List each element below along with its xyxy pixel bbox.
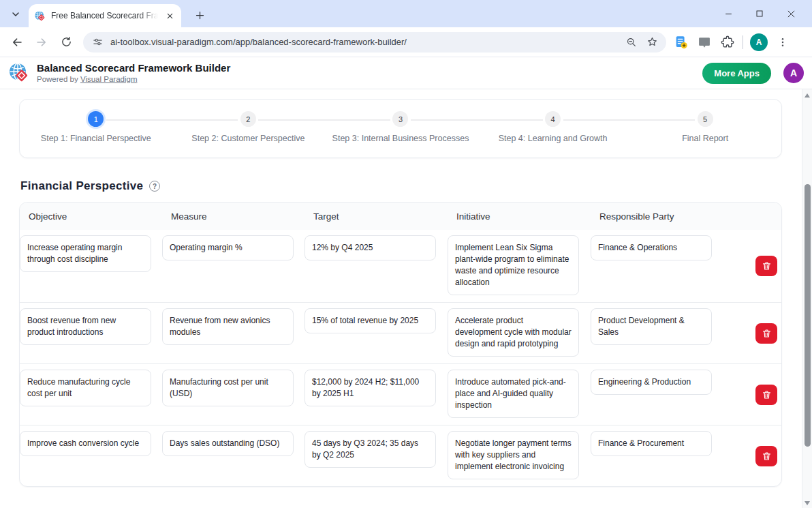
browser-titlebar: Free Balanced Scorecard Framework Builde… bbox=[0, 0, 812, 27]
tab-favicon bbox=[34, 10, 46, 22]
column-header-responsible-party: Responsible Party bbox=[596, 211, 728, 222]
stepper-step-4[interactable]: 4 Step 4: Learning and Growth bbox=[477, 111, 629, 158]
measure-input[interactable]: Operating margin % bbox=[162, 235, 294, 260]
maximize-icon bbox=[755, 10, 764, 18]
stepper-step-3[interactable]: 3 Step 3: Internal Business Processes bbox=[324, 111, 477, 158]
page-content: 1 Step 1: Financial Perspective 2 Step 2… bbox=[0, 89, 802, 487]
table-row: Reduce manufacturing cycle cost per unit… bbox=[20, 363, 781, 425]
table-row: Increase operating margin through cost d… bbox=[20, 230, 781, 302]
step-number: 4 bbox=[545, 111, 561, 127]
app-header: Balanced Scorecard Framework Builder Pow… bbox=[0, 57, 812, 89]
tab-close-icon[interactable] bbox=[163, 10, 176, 22]
initiative-input[interactable]: Negotiate longer payment terms with key … bbox=[448, 431, 579, 479]
site-info-icon[interactable] bbox=[90, 35, 105, 50]
trash-icon bbox=[762, 389, 772, 400]
column-header-objective: Objective bbox=[25, 211, 168, 222]
app-logo bbox=[8, 62, 30, 84]
perspective-table: Objective Measure Target Initiative Resp… bbox=[19, 202, 782, 487]
delete-row-button[interactable] bbox=[755, 385, 777, 405]
app-titles: Balanced Scorecard Framework Builder Pow… bbox=[37, 62, 696, 83]
browser-profile-avatar[interactable]: A bbox=[750, 33, 768, 51]
trash-icon bbox=[762, 328, 772, 339]
trash-icon bbox=[762, 260, 772, 271]
trash-icon bbox=[762, 451, 772, 462]
forward-button[interactable] bbox=[30, 31, 53, 54]
extensions-puzzle-icon[interactable] bbox=[719, 34, 736, 50]
reader-extension-icon[interactable] bbox=[673, 34, 689, 50]
scrollbar-thumb[interactable] bbox=[805, 184, 811, 447]
url-text[interactable]: ai-toolbox.visual-paradigm.com/app/balan… bbox=[110, 37, 619, 47]
objective-input[interactable]: Boost revenue from new product introduct… bbox=[20, 308, 151, 345]
responsible-party-input[interactable]: Finance & Operations bbox=[591, 235, 712, 260]
objective-input[interactable]: Improve cash conversion cycle bbox=[20, 431, 151, 456]
target-input[interactable]: 15% of total revenue by 2025 bbox=[304, 308, 436, 333]
back-button[interactable] bbox=[5, 31, 29, 54]
help-icon[interactable]: ? bbox=[149, 181, 160, 192]
objective-input[interactable]: Reduce manufacturing cycle cost per unit bbox=[20, 370, 151, 406]
responsible-party-input[interactable]: Finance & Procurement bbox=[591, 431, 712, 456]
scrollbar-up-arrow[interactable] bbox=[805, 93, 810, 98]
target-input[interactable]: $12,000 by 2024 H2; $11,000 by 2025 H1 bbox=[304, 370, 436, 406]
column-header-initiative: Initiative bbox=[453, 211, 596, 222]
bookmark-star-icon[interactable] bbox=[644, 35, 659, 50]
responsible-party-input[interactable]: Product Development & Sales bbox=[591, 308, 712, 345]
window-controls bbox=[713, 0, 807, 27]
measure-input[interactable]: Revenue from new avionics modules bbox=[162, 308, 294, 345]
initiative-input[interactable]: Accelerate product development cycle wit… bbox=[448, 308, 579, 357]
close-icon bbox=[787, 10, 796, 18]
zoom-out-icon[interactable] bbox=[624, 35, 639, 50]
browser-tab[interactable]: Free Balanced Scorecard Framework Builde… bbox=[29, 4, 181, 27]
maximize-button[interactable] bbox=[744, 0, 775, 27]
stepper-step-2[interactable]: 2 Step 2: Customer Perspective bbox=[172, 111, 325, 158]
step-label: Step 1: Financial Perspective bbox=[20, 134, 172, 143]
delete-row-button[interactable] bbox=[755, 256, 777, 276]
visual-paradigm-link[interactable]: Visual Paradigm bbox=[80, 75, 138, 83]
forward-arrow-icon bbox=[35, 36, 48, 48]
page-title: Financial Perspective bbox=[20, 179, 143, 193]
toolbar-divider bbox=[743, 35, 743, 49]
target-input[interactable]: 12% by Q4 2025 bbox=[304, 235, 436, 260]
delete-row-button[interactable] bbox=[755, 323, 777, 344]
step-number: 3 bbox=[392, 111, 408, 127]
step-number: 5 bbox=[698, 111, 713, 127]
reload-icon bbox=[61, 36, 72, 48]
responsible-party-input[interactable]: Engineering & Production bbox=[591, 370, 712, 395]
reload-button[interactable] bbox=[54, 31, 78, 54]
app-title: Balanced Scorecard Framework Builder bbox=[37, 62, 696, 74]
target-input[interactable]: 45 days by Q3 2024; 35 days by Q2 2025 bbox=[304, 431, 436, 468]
comment-extension-icon[interactable] bbox=[696, 34, 713, 50]
browser-menu-icon[interactable] bbox=[775, 34, 791, 50]
more-apps-button[interactable]: More Apps bbox=[702, 63, 771, 84]
column-header-measure: Measure bbox=[168, 211, 310, 222]
tab-search-button[interactable] bbox=[7, 5, 25, 23]
user-avatar[interactable]: A bbox=[783, 63, 804, 83]
measure-input[interactable]: Manufacturing cost per unit (USD) bbox=[162, 370, 294, 406]
close-window-button[interactable] bbox=[775, 0, 807, 27]
table-header-row: Objective Measure Target Initiative Resp… bbox=[20, 203, 781, 230]
objective-input[interactable]: Increase operating margin through cost d… bbox=[20, 235, 151, 272]
measure-input[interactable]: Days sales outstanding (DSO) bbox=[162, 431, 294, 456]
initiative-input[interactable]: Implement Lean Six Sigma plant-wide prog… bbox=[448, 235, 579, 295]
stepper-step-5[interactable]: 5 Final Report bbox=[629, 111, 781, 158]
step-number: 2 bbox=[240, 111, 256, 127]
plus-icon bbox=[195, 10, 205, 20]
page-scrollbar[interactable] bbox=[802, 89, 812, 508]
step-label: Final Report bbox=[629, 134, 781, 143]
url-bar[interactable]: ai-toolbox.visual-paradigm.com/app/balan… bbox=[83, 32, 666, 53]
new-tab-button[interactable] bbox=[191, 6, 208, 24]
toolbar-right-icons: A bbox=[673, 33, 794, 51]
tab-title: Free Balanced Scorecard Framework Builde… bbox=[51, 11, 158, 20]
back-arrow-icon bbox=[11, 36, 23, 48]
step-label: Step 2: Customer Perspective bbox=[172, 134, 325, 143]
step-number: 1 bbox=[88, 111, 104, 127]
table-row: Improve cash conversion cycle Days sales… bbox=[20, 425, 781, 486]
minimize-button[interactable] bbox=[713, 0, 744, 27]
powered-by: Powered by Visual Paradigm bbox=[37, 75, 696, 84]
step-label: Step 3: Internal Business Processes bbox=[324, 134, 477, 143]
stepper-step-1[interactable]: 1 Step 1: Financial Perspective bbox=[20, 111, 172, 158]
scrollbar-down-arrow[interactable] bbox=[805, 501, 810, 505]
initiative-input[interactable]: Introduce automated pick-and-place and A… bbox=[448, 370, 579, 418]
browser-toolbar: ai-toolbox.visual-paradigm.com/app/balan… bbox=[0, 27, 812, 57]
delete-row-button[interactable] bbox=[755, 446, 777, 466]
minimize-icon bbox=[724, 10, 733, 18]
